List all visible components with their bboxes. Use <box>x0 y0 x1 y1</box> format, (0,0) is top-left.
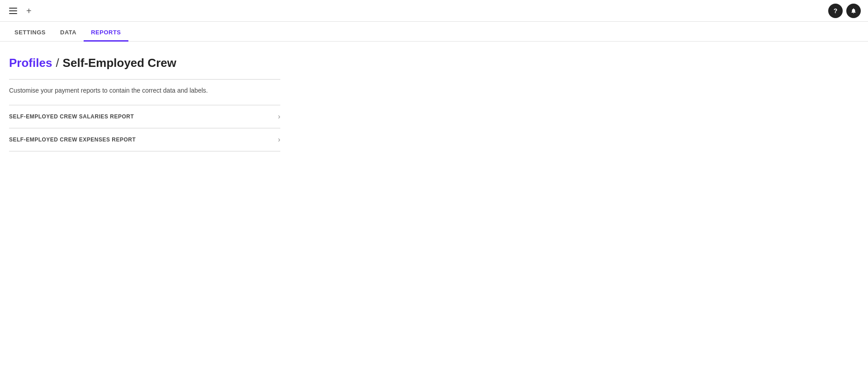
page-subtitle: Customise your payment reports to contai… <box>9 87 280 94</box>
tab-data[interactable]: DATA <box>53 24 84 42</box>
tab-settings[interactable]: SETTINGS <box>7 24 53 42</box>
title-divider <box>9 79 280 80</box>
report-list: SELF-EMPLOYED CREW SALARIES REPORT › SEL… <box>9 105 280 151</box>
main-content: Profiles / Self-Employed Crew Customise … <box>0 42 289 160</box>
notification-button[interactable] <box>846 4 861 18</box>
breadcrumb-parent-link[interactable]: Profiles <box>9 56 52 70</box>
report-item-expenses[interactable]: SELF-EMPLOYED CREW EXPENSES REPORT › <box>9 128 280 151</box>
navigation-tabs: SETTINGS DATA REPORTS <box>0 22 868 42</box>
hamburger-menu-button[interactable] <box>7 6 19 16</box>
breadcrumb-separator: / <box>56 56 59 70</box>
report-item-label-expenses: SELF-EMPLOYED CREW EXPENSES REPORT <box>9 137 136 143</box>
add-button[interactable]: + <box>26 6 32 15</box>
report-item-label-salaries: SELF-EMPLOYED CREW SALARIES REPORT <box>9 113 134 120</box>
tab-reports[interactable]: REPORTS <box>84 24 128 42</box>
chevron-right-icon-expenses: › <box>278 136 280 144</box>
bell-icon <box>850 8 857 14</box>
breadcrumb-current: Self-Employed Crew <box>63 56 176 70</box>
report-item-salaries[interactable]: SELF-EMPLOYED CREW SALARIES REPORT › <box>9 105 280 128</box>
top-bar-right: ? <box>828 4 861 18</box>
help-button[interactable]: ? <box>828 4 843 18</box>
top-bar: + ? <box>0 0 868 22</box>
chevron-right-icon-salaries: › <box>278 113 280 121</box>
breadcrumb: Profiles / Self-Employed Crew <box>9 56 280 70</box>
top-bar-left: + <box>7 6 32 16</box>
